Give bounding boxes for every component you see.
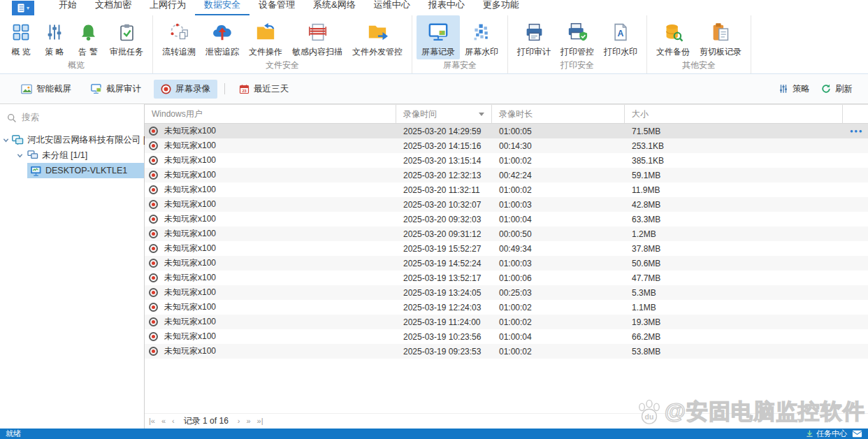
toolbar-button-label: 智能截屏	[36, 83, 71, 95]
screen-record-button[interactable]: 屏幕记录	[417, 15, 460, 59]
row-user-label: 未知玩家x100	[164, 301, 216, 313]
smart-screenshot-icon	[21, 84, 32, 94]
cell-size: 11.9MB	[625, 185, 843, 195]
menu-tab-device-mgmt[interactable]: 设备管理	[249, 0, 304, 15]
cell-size: 385.1KB	[625, 156, 843, 166]
column-header-windows-user[interactable]: Windows用户	[145, 105, 396, 123]
chevron-down-icon[interactable]	[3, 137, 9, 143]
sort-desc-icon[interactable]	[479, 113, 484, 116]
fast-next-page-button[interactable]: »	[246, 417, 250, 425]
overview-grid-icon	[11, 20, 31, 44]
refresh-button[interactable]: 刷新	[816, 80, 858, 99]
alert-button[interactable]: 告 警	[71, 15, 105, 59]
menu-tab-system-network[interactable]: 系统&网络	[304, 0, 365, 15]
row-more-icon[interactable]: ●●●	[850, 128, 863, 134]
cell-size: 47.7MB	[625, 273, 843, 283]
menu-tab-web-behavior[interactable]: 上网行为	[140, 0, 195, 15]
record-icon	[149, 347, 158, 356]
screenshot-audit-button[interactable]: 截屏审计	[84, 80, 148, 99]
status-text: 就绪	[6, 429, 21, 439]
menu-tab-report-center[interactable]: 报表中心	[419, 0, 474, 15]
column-header-record-time[interactable]: 录像时间	[396, 105, 492, 123]
ribbon-button-label: 打印审计	[517, 46, 551, 58]
table-row[interactable]: 未知玩家x1002025-03-19 13:24:0500:25:035.3MB	[145, 285, 868, 300]
tree-node-ungrouped[interactable]: 未分组 [1/1]	[0, 147, 144, 163]
record-icon	[149, 288, 158, 297]
next-page-button[interactable]: ›	[238, 417, 240, 425]
file-send-control-button[interactable]: 文件外发管控	[347, 15, 407, 59]
table-row[interactable]: 未知玩家x1002025-03-19 10:23:5601:00:0466.2M…	[145, 329, 868, 344]
file-send-folder-icon	[367, 20, 388, 44]
file-backup-button[interactable]: 文件备份	[651, 15, 695, 59]
cell-size: 19.3MB	[625, 317, 843, 327]
menu-tab-doc-encrypt[interactable]: 文档加密	[86, 0, 140, 15]
app-menu-button[interactable]: ▾	[12, 1, 34, 15]
fast-prev-page-button[interactable]: «	[161, 417, 166, 425]
menu-tab-data-security[interactable]: 数据安全	[195, 0, 249, 15]
table-row[interactable]: 未知玩家x1002025-03-20 12:32:1300:42:2459.1M…	[145, 168, 868, 182]
first-page-button[interactable]: |«	[149, 417, 155, 425]
record-icon	[149, 229, 158, 238]
recent-three-days-button[interactable]: 23 最近三天	[232, 80, 296, 99]
table-row[interactable]: 未知玩家x1002025-03-19 14:52:2401:00:0350.6M…	[145, 256, 868, 271]
tree-node-company[interactable]: 河北安固云网络科技有限公司 [1/1]	[0, 132, 144, 147]
cell-size: 53.8MB	[625, 347, 843, 357]
ribbon-button-label: 文件外发管控	[352, 46, 403, 58]
table-row[interactable]: 未知玩家x1002025-03-20 10:32:0701:00:0342.8M…	[145, 197, 868, 212]
prev-page-button[interactable]: ‹	[172, 417, 175, 425]
menu-tab-more[interactable]: 更多功能	[474, 0, 528, 15]
tree-node-computer[interactable]: DESKTOP-VLKTLE1	[0, 163, 144, 178]
table-row[interactable]: 未知玩家x1002025-03-20 14:15:1600:14:30253.1…	[145, 138, 868, 153]
row-user-label: 未知玩家x100	[164, 169, 216, 181]
table-row[interactable]: 未知玩家x1002025-03-19 13:52:1701:00:0647.7M…	[145, 271, 868, 285]
table-row[interactable]: 未知玩家x1002025-03-20 14:29:5901:00:0571.5M…	[145, 124, 868, 138]
leak-trace-button[interactable]: 泄密追踪	[201, 15, 244, 59]
menu-tab-ops-center[interactable]: 运维中心	[365, 0, 419, 15]
file-operations-button[interactable]: 文件操作	[244, 15, 287, 59]
screen-video-button[interactable]: 屏幕录像	[154, 80, 217, 99]
record-icon	[149, 171, 158, 180]
row-user-label: 未知玩家x100	[164, 345, 216, 357]
mail-icon[interactable]	[852, 430, 862, 438]
flow-trace-button[interactable]: 流转追溯	[157, 15, 201, 59]
task-center-button[interactable]: 任务中心	[806, 429, 847, 439]
print-control-button[interactable]: 打印管控	[556, 15, 599, 59]
content-scan-button[interactable]: 敏感内容扫描	[287, 15, 347, 59]
screenshot-audit-icon	[91, 84, 102, 94]
screen-record-icon	[161, 84, 171, 94]
chevron-down-icon: ▾	[27, 6, 29, 11]
table-row[interactable]: 未知玩家x1002025-03-19 12:24:0301:00:021.1MB	[145, 300, 868, 315]
print-audit-button[interactable]: 打印审计	[512, 15, 556, 59]
column-header-size[interactable]: 大小	[625, 105, 843, 123]
cell-size: 59.1MB	[625, 171, 843, 180]
status-bar: 就绪 任务中心	[0, 429, 868, 439]
last-page-button[interactable]: »|	[257, 417, 263, 425]
clipboard-record-button[interactable]: 剪切板记录	[695, 15, 746, 59]
policy-toolbar-button[interactable]: 策略	[773, 80, 816, 99]
table-row[interactable]: 未知玩家x1002025-03-19 09:23:5301:00:0253.8M…	[145, 344, 868, 359]
column-header-duration[interactable]: 录像时长	[492, 105, 625, 123]
record-icon	[149, 127, 158, 136]
table-row[interactable]: 未知玩家x1002025-03-19 11:24:0001:00:0219.3M…	[145, 315, 868, 329]
cell-windows-user: 未知玩家x100	[145, 301, 396, 313]
policy-button[interactable]: 策 略	[38, 15, 71, 59]
table-row[interactable]: 未知玩家x1002025-03-19 15:52:2700:49:3437.8M…	[145, 241, 868, 256]
table-row[interactable]: 未知玩家x1002025-03-20 13:15:1401:00:02385.1…	[145, 153, 868, 168]
cell-windows-user: 未知玩家x100	[145, 228, 396, 240]
alert-bell-icon	[79, 20, 98, 44]
table-row[interactable]: 未知玩家x1002025-03-20 11:32:1101:00:0211.9M…	[145, 182, 868, 197]
approval-tasks-button[interactable]: 审批任务	[105, 15, 148, 59]
table-row[interactable]: 未知玩家x1002025-03-20 09:32:0301:00:0463.3M…	[145, 212, 868, 226]
cell-duration: 00:14:30	[492, 141, 625, 151]
overview-button[interactable]: 概 览	[4, 15, 38, 59]
task-center-label: 任务中心	[816, 429, 847, 439]
smart-screenshot-button[interactable]: 智能截屏	[14, 80, 78, 99]
search-input[interactable]: 搜索	[0, 108, 144, 129]
print-watermark-button[interactable]: A 打印水印	[599, 15, 642, 59]
pagination-bar: |« « ‹ 记录 1 of 16 › » »|	[145, 413, 868, 429]
menu-tab-start[interactable]: 开始	[50, 0, 86, 15]
screen-watermark-button[interactable]: 屏幕水印	[460, 15, 503, 59]
table-row[interactable]: 未知玩家x1002025-03-20 09:31:1200:00:501.2MB	[145, 226, 868, 241]
chevron-down-icon[interactable]	[15, 152, 24, 159]
ribbon-button-label: 剪切板记录	[700, 46, 742, 58]
